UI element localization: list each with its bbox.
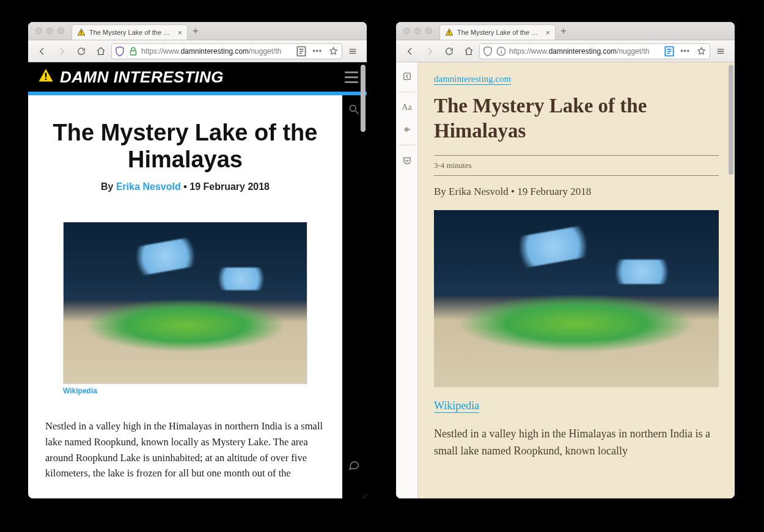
svg-rect-1 — [81, 34, 81, 34]
tracking-shield-icon[interactable] — [482, 46, 493, 57]
bookmark-star-icon[interactable] — [695, 46, 707, 56]
scrollbar-thumb[interactable] — [729, 65, 733, 175]
site-brand[interactable]: DAMN INTERESTING — [60, 68, 224, 87]
reader-domain-link[interactable]: damninteresting.com — [434, 74, 511, 85]
tab-bar: The Mystery Lake of the Himala × + — [396, 22, 735, 40]
article-figure: Wikipedia — [63, 222, 307, 395]
favicon-warning-icon — [77, 28, 86, 37]
reader-content: damninteresting.com The Mystery Lake of … — [418, 62, 735, 498]
bookmark-star-icon[interactable] — [327, 46, 339, 56]
app-menu-button[interactable] — [343, 43, 362, 60]
info-icon[interactable] — [496, 46, 507, 57]
type-controls-icon[interactable]: Aa — [398, 98, 416, 117]
url-text: https://www.damninteresting.com/nugget/t… — [509, 47, 661, 56]
reader-sidebar: Aa — [396, 62, 418, 498]
browser-window-original: The Mystery Lake of the Himala × + https… — [28, 22, 367, 498]
reader-body: Nestled in a valley high in the Himalaya… — [434, 425, 719, 461]
reload-button[interactable] — [440, 43, 458, 60]
url-text: https://www.damninteresting.com/nugget/t… — [141, 47, 293, 56]
browser-tab[interactable]: The Mystery Lake of the Himala × — [439, 24, 556, 40]
image-caption-link[interactable]: Wikipedia — [63, 387, 307, 395]
lock-icon[interactable] — [128, 46, 139, 57]
article-title: The Mystery Lake of the Himalayas — [45, 120, 325, 173]
tab-title: The Mystery Lake of the Himala — [89, 29, 174, 36]
svg-point-12 — [350, 105, 356, 111]
address-bar[interactable]: https://www.damninteresting.com/nugget/t… — [479, 43, 710, 59]
new-tab-button[interactable]: + — [188, 22, 204, 40]
close-reader-icon[interactable] — [398, 67, 416, 86]
article-image — [63, 222, 307, 384]
favicon-warning-icon — [445, 28, 454, 37]
navigation-toolbar: https://www.damninteresting.com/nugget/t… — [28, 40, 367, 62]
window-controls[interactable] — [396, 22, 439, 40]
reader-mode-icon[interactable] — [295, 46, 307, 57]
close-tab-icon[interactable]: × — [177, 28, 182, 37]
site-logo-icon — [37, 67, 55, 87]
author-link[interactable]: Erika Nesvold — [116, 181, 181, 192]
page-viewport: DAMN INTERESTING The Mystery Lake of the… — [28, 62, 367, 498]
reader-byline: By Erika Nesvold • 19 February 2018 — [434, 186, 719, 198]
home-button[interactable] — [460, 43, 478, 60]
close-tab-icon[interactable]: × — [545, 28, 550, 37]
tab-title: The Mystery Lake of the Himala — [457, 29, 542, 36]
back-button[interactable] — [33, 43, 51, 60]
back-button[interactable] — [401, 43, 419, 60]
svg-rect-10 — [45, 73, 47, 78]
pocket-icon[interactable] — [398, 151, 416, 170]
browser-window-reader: The Mystery Lake of the Himala × + https… — [396, 22, 735, 498]
article-container: The Mystery Lake of the Himalayas By Eri… — [28, 95, 342, 498]
article-byline: By Erika Nesvold • 19 February 2018 — [45, 181, 325, 192]
svg-line-13 — [356, 111, 359, 114]
comment-icon[interactable] — [345, 456, 363, 474]
new-tab-button[interactable]: + — [556, 22, 571, 40]
forward-button — [421, 43, 439, 60]
narrate-icon[interactable] — [398, 120, 416, 139]
svg-rect-0 — [81, 31, 81, 34]
site-header: DAMN INTERESTING — [28, 62, 367, 92]
address-bar[interactable]: https://www.damninteresting.com/nugget/t… — [111, 43, 342, 59]
svg-rect-26 — [403, 73, 410, 80]
window-controls[interactable] — [28, 22, 72, 40]
browser-tab[interactable]: The Mystery Lake of the Himala × — [72, 24, 188, 40]
reader-image — [434, 210, 719, 387]
forward-button — [53, 43, 71, 60]
site-menu-button[interactable] — [345, 71, 358, 83]
page-actions-icon[interactable]: ••• — [678, 47, 692, 56]
reader-mode-icon[interactable] — [663, 46, 675, 57]
tab-bar: The Mystery Lake of the Himala × + — [28, 22, 367, 40]
svg-rect-2 — [131, 51, 136, 55]
svg-rect-14 — [449, 31, 449, 34]
scrollbar-thumb[interactable] — [361, 65, 365, 132]
svg-point-18 — [501, 48, 502, 49]
reader-title: The Mystery Lake of the Himalayas — [434, 93, 719, 144]
svg-rect-11 — [45, 78, 47, 80]
home-button[interactable] — [92, 43, 110, 60]
svg-rect-15 — [449, 34, 449, 34]
reading-time: 3-4 minutes — [434, 161, 719, 170]
page-viewport: Aa damninteresting.com The Mystery Lake … — [396, 62, 735, 498]
tracking-shield-icon[interactable] — [114, 46, 125, 57]
publish-date: 19 February 2018 — [189, 181, 270, 192]
reload-button[interactable] — [72, 43, 90, 60]
article-body: Nestled in a valley high in the Himalaya… — [45, 418, 325, 481]
app-menu-button[interactable] — [711, 43, 730, 60]
page-actions-icon[interactable]: ••• — [310, 47, 325, 56]
navigation-toolbar: https://www.damninteresting.com/nugget/t… — [396, 40, 735, 62]
reader-caption-link[interactable]: Wikipedia — [434, 399, 479, 413]
